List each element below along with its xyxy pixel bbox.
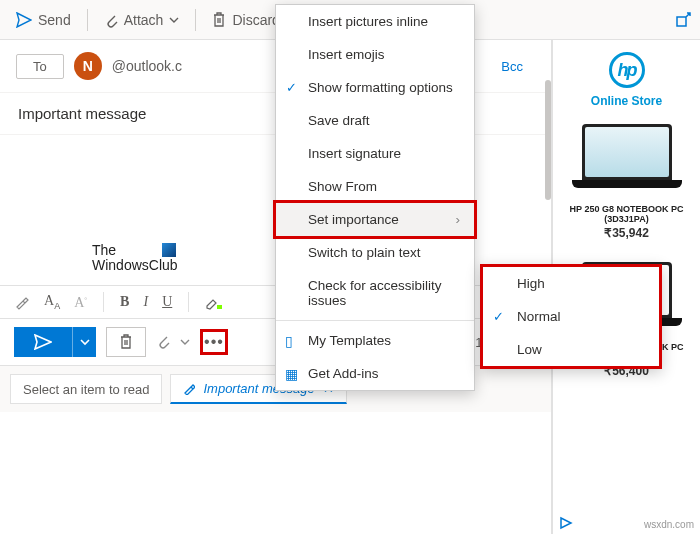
menu-insert-emojis[interactable]: Insert emojis — [276, 38, 474, 71]
menu-label: My Templates — [308, 333, 391, 348]
attach-button[interactable]: Attach — [96, 8, 188, 32]
tab-select-item[interactable]: Select an item to read — [10, 374, 162, 404]
toolbar-separator — [195, 9, 196, 31]
importance-high[interactable]: High — [483, 267, 659, 300]
format-painter-icon[interactable] — [14, 294, 30, 310]
paperclip-icon[interactable] — [156, 333, 170, 351]
menu-save-draft[interactable]: Save draft — [276, 104, 474, 137]
send-icon — [34, 334, 52, 350]
chevron-down-icon[interactable] — [180, 337, 190, 347]
menu-separator — [276, 320, 474, 321]
logo-square-icon — [162, 243, 176, 257]
menu-insert-signature[interactable]: Insert signature — [276, 137, 474, 170]
discard-draft-button[interactable] — [106, 327, 146, 357]
chevron-right-icon: › — [456, 212, 461, 227]
toolbar-separator — [103, 292, 104, 312]
italic-button[interactable]: I — [143, 294, 148, 310]
templates-icon: ▯ — [285, 333, 293, 349]
send-split-button — [14, 327, 96, 357]
trash-icon — [119, 334, 133, 350]
more-actions-menu: Insert pictures inline Insert emojis Sho… — [275, 4, 475, 391]
send-icon — [16, 12, 32, 28]
addins-icon: ▦ — [285, 366, 298, 382]
product-image-1[interactable] — [572, 124, 682, 194]
send-button[interactable]: Send — [8, 8, 79, 32]
font-style-icon[interactable]: AA — [44, 293, 60, 311]
underline-button[interactable]: U — [162, 294, 172, 310]
send-label: Send — [38, 12, 71, 28]
to-button[interactable]: To — [16, 54, 64, 79]
menu-label: Set importance — [308, 212, 399, 227]
product-price-1: ₹35,942 — [604, 226, 649, 240]
font-size-icon[interactable]: A◦ — [74, 294, 87, 311]
send-primary-button[interactable] — [14, 327, 72, 357]
menu-show-formatting[interactable]: Show formatting options — [276, 71, 474, 104]
bcc-button[interactable]: Bcc — [501, 59, 535, 74]
more-actions-button[interactable]: ••• — [200, 329, 228, 355]
recipient-email[interactable]: @outlook.c — [112, 58, 182, 74]
importance-normal[interactable]: Normal — [483, 300, 659, 333]
bold-button[interactable]: B — [120, 294, 129, 310]
edit-icon — [183, 383, 195, 395]
highlight-icon[interactable] — [205, 294, 223, 310]
site-watermark: wsxdn.com — [644, 519, 694, 530]
importance-low[interactable]: Low — [483, 333, 659, 366]
toolbar-separator — [188, 292, 189, 312]
menu-switch-plain[interactable]: Switch to plain text — [276, 236, 474, 269]
product-name-1: HP 250 G8 NOTEBOOK PC (3D3J1PA) — [553, 204, 700, 224]
trash-icon — [212, 12, 226, 28]
toolbar-separator — [87, 9, 88, 31]
svg-rect-0 — [217, 305, 222, 309]
menu-my-templates[interactable]: ▯ My Templates — [276, 324, 474, 357]
paperclip-icon — [104, 12, 118, 28]
chevron-down-icon — [80, 337, 90, 347]
send-dropdown-button[interactable] — [72, 327, 96, 357]
adchoices-icon[interactable] — [559, 516, 573, 530]
menu-set-importance[interactable]: Set importance › — [273, 200, 477, 239]
chevron-down-icon — [169, 15, 179, 25]
popout-icon[interactable] — [674, 11, 692, 29]
menu-show-from[interactable]: Show From — [276, 170, 474, 203]
menu-accessibility[interactable]: Check for accessibility issues — [276, 269, 474, 317]
ad-store-label: Online Store — [591, 94, 662, 108]
attach-label: Attach — [124, 12, 164, 28]
hp-logo-icon[interactable]: hp — [609, 52, 645, 88]
discard-label: Discard — [232, 12, 279, 28]
menu-insert-pictures[interactable]: Insert pictures inline — [276, 5, 474, 38]
windowsclub-logo: The WindowsClub — [92, 243, 178, 274]
menu-get-addins[interactable]: ▦ Get Add-ins — [276, 357, 474, 390]
avatar: N — [74, 52, 102, 80]
menu-label: Get Add-ins — [308, 366, 379, 381]
importance-submenu: High Normal Low — [480, 264, 662, 369]
